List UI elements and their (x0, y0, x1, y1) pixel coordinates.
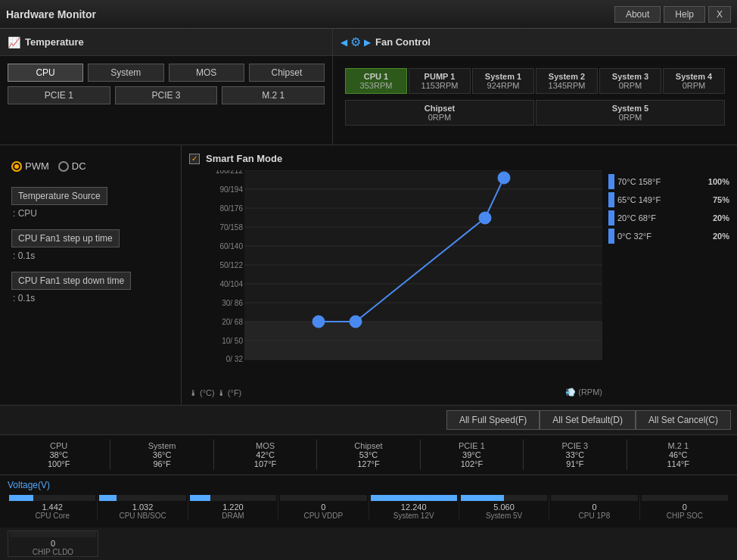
temp-btn-pcie1[interactable]: PCIE 1 (8, 86, 110, 104)
nav-left-icon[interactable]: ◀ (341, 37, 347, 48)
fan-cell-cpu1[interactable]: CPU 1 353RPM (345, 68, 407, 94)
chip-cldo-val: 0 (10, 539, 96, 548)
sensor-val-system-c: 36°C (117, 450, 207, 459)
voltage-bar-dram (190, 495, 276, 501)
voltage-cpu1p8: 0 CPU 1P8 (549, 495, 639, 520)
legend-pct-1: 100% (708, 177, 729, 186)
voltage-val-cpu1p8: 0 (551, 502, 637, 512)
chart-main: 100/212 90/194 80/176 70/158 60/140 50/1… (189, 170, 602, 397)
set-cancel-button[interactable]: All Set Cancel(C) (636, 410, 731, 430)
voltage-bar-chip-soc (642, 495, 728, 501)
svg-text:100/212: 100/212 (216, 170, 244, 175)
help-button[interactable]: Help (664, 6, 705, 23)
fan-cell-sys4[interactable]: System 4 0RPM (663, 68, 725, 94)
temp-panel-title: Temperature (25, 36, 84, 48)
sensor-val-system-f: 96°F (117, 459, 207, 468)
temp-btn-chipset[interactable]: Chipset (249, 64, 325, 82)
step-up-button[interactable]: CPU Fan1 step up time (11, 229, 120, 247)
nav-right-icon[interactable]: ▶ (364, 37, 371, 48)
temp-btn-m2[interactable]: M.2 1 (222, 86, 325, 104)
voltage-name-cpu1p8: CPU 1P8 (551, 512, 637, 520)
step-up-value: : 0.1s (11, 250, 169, 261)
smart-fan-title: Smart Fan Mode (206, 153, 282, 164)
svg-point-37 (479, 212, 491, 224)
chart-header: ✓ Smart Fan Mode (189, 153, 729, 164)
close-button[interactable]: X (708, 6, 731, 23)
chart-legend: 70°C 158°F 100% 65°C 149°F 75% 20°C 68°F… (608, 170, 729, 397)
voltage-bars: 1.442 CPU Core 1.032 CPU NB/SOC 1.220 DR… (8, 495, 729, 520)
temp-btn-pcie3[interactable]: PCIE 3 (115, 86, 218, 104)
fan-icon: ⚙ (350, 35, 361, 49)
sensor-mos: MOS 42°C 107°F (214, 440, 317, 470)
sensor-val-mos-c: 42°C (220, 450, 310, 459)
temp-source-button[interactable]: Temperature Source (11, 187, 107, 205)
voltage-fill-cpu-core (9, 495, 33, 501)
fan-rpm-chipset: 0RPM (350, 113, 529, 122)
chip-cldo-name: CHIP CLDO (10, 548, 96, 556)
sensor-pcie3: PCIE 3 33°C 91°F (524, 440, 627, 470)
dc-radio[interactable]: DC (58, 160, 86, 172)
chart-rpm-unit: 💨 (RPM) (565, 387, 602, 397)
temp-btn-row-1: CPU System MOS Chipset (8, 64, 325, 82)
legend-temp-3: 20°C 68°F (617, 213, 713, 222)
smart-fan-checkbox[interactable]: ✓ (189, 154, 200, 164)
voltage-bar-cpu-vddp (280, 495, 366, 501)
sensors-section: CPU 38°C 100°F System 36°C 96°F MOS 42°C… (0, 435, 737, 475)
fan-panel-title: Fan Control (375, 36, 431, 48)
voltage-bar-cpu1p8 (551, 495, 637, 501)
fan-cell-chipset[interactable]: Chipset 0RPM (345, 100, 534, 126)
fan-cell-sys1[interactable]: System 1 924RPM (472, 68, 534, 94)
svg-text:30/ 86: 30/ 86 (222, 299, 243, 307)
top-section: 📈 Temperature CPU System MOS Chipset PCI… (0, 29, 737, 145)
fan-name-sys3: System 3 (605, 72, 656, 81)
chip-cldo-section: 0 CHIP CLDO (0, 527, 737, 560)
temp-btn-mos[interactable]: MOS (169, 64, 244, 82)
fan-rpm-sys5: 0RPM (541, 113, 720, 122)
chart-area: ✓ Smart Fan Mode (182, 145, 737, 405)
main-container: 📈 Temperature CPU System MOS Chipset PCI… (0, 29, 737, 560)
fan-name-cpu1: CPU 1 (350, 72, 402, 81)
pwm-radio[interactable]: PWM (11, 160, 49, 172)
sensor-val-cpu-c: 38°C (14, 450, 104, 459)
fan-cell-pump1[interactable]: PUMP 1 1153RPM (409, 68, 471, 94)
temp-btn-system[interactable]: System (88, 64, 163, 82)
svg-text:0/ 32: 0/ 32 (226, 355, 244, 363)
sensor-val-pcie1-f: 102°F (427, 459, 517, 468)
title-bar: Hardware Monitor About Help X (0, 0, 737, 29)
svg-text:70/158: 70/158 (219, 223, 243, 232)
voltage-sys5v: 5.060 System 5V (459, 495, 549, 520)
set-default-button[interactable]: All Set Default(D) (540, 410, 636, 430)
temp-btn-cpu[interactable]: CPU (8, 64, 83, 82)
sensor-name-system: System (117, 441, 207, 450)
voltage-name-dram: DRAM (190, 512, 276, 520)
fan-name-sys5: System 5 (541, 104, 720, 113)
chip-cldo-bar (10, 531, 96, 537)
fan-name-pump1: PUMP 1 (414, 72, 465, 81)
full-speed-button[interactable]: All Full Speed(F) (446, 410, 540, 430)
fan-grid-row1: CPU 1 353RPM PUMP 1 1153RPM System 1 924… (339, 62, 731, 100)
about-button[interactable]: About (614, 6, 661, 23)
sensor-val-mos-f: 107°F (220, 459, 310, 468)
fan-rpm-cpu1: 353RPM (350, 81, 402, 90)
fan-name-sys2: System 2 (541, 72, 592, 81)
voltage-bar-sys12v (371, 495, 457, 501)
voltage-val-sys5v: 5.060 (461, 502, 547, 512)
sensor-val-chipset-f: 127°F (323, 459, 413, 468)
fan-panel-header: ◀ ⚙ ▶ Fan Control (333, 29, 737, 56)
svg-text:80/176: 80/176 (219, 204, 243, 213)
legend-temp-1: 70°C 158°F (617, 177, 708, 186)
fan-curve-chart[interactable]: 100/212 90/194 80/176 70/158 60/140 50/1… (189, 170, 602, 382)
legend-temp-2: 65°C 149°F (617, 195, 713, 204)
legend-temp-4: 0°C 32°F (617, 232, 713, 241)
fan-cell-sys3[interactable]: System 3 0RPM (599, 68, 661, 94)
step-down-button[interactable]: CPU Fan1 step down time (11, 272, 131, 290)
legend-bar-2 (608, 192, 614, 207)
fan-cell-sys2[interactable]: System 2 1345RPM (536, 68, 598, 94)
sensor-m2: M.2 1 46°C 114°F (627, 440, 729, 470)
svg-text:20/ 68: 20/ 68 (222, 318, 243, 326)
voltage-name-cpu-vddp: CPU VDDP (280, 512, 366, 520)
voltage-fill-sys12v (371, 495, 457, 501)
legend-row-4: 0°C 32°F 20% (608, 229, 729, 244)
fan-cell-sys5[interactable]: System 5 0RPM (536, 100, 725, 126)
dc-radio-circle (58, 161, 69, 172)
